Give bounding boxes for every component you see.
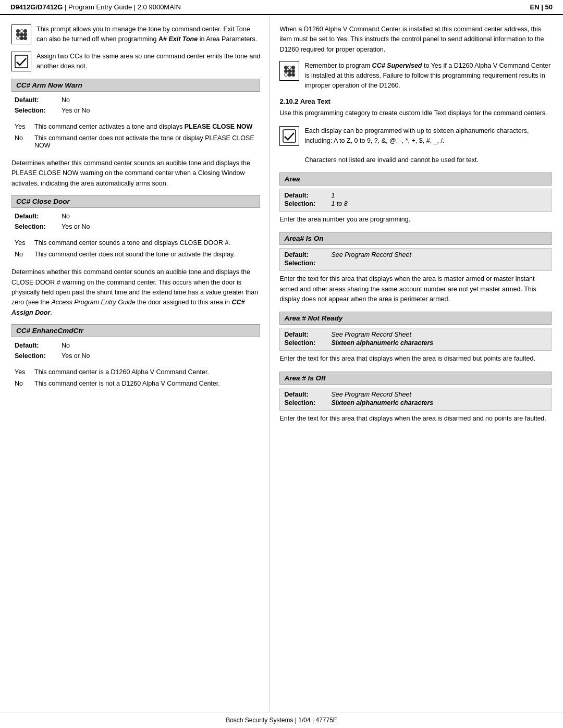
note-cc-supervised-text: Remember to program CC# Supervised to Ye… [304,61,552,90]
cc-close-door-params: Default: No Selection: Yes or No [11,211,260,232]
default-label: Default: [15,96,39,104]
area-is-on-para: Enter the text for this area that displa… [279,274,552,304]
para-close-door: Determines whether this command center s… [11,267,260,318]
cc-arm-now-warn-table: Yes This command center activates a tone… [11,121,260,151]
section-cc-arm-now-warn: CC# Arm Now Warn Default: No Selection: … [11,79,260,151]
area-default-label: Default: [284,192,331,199]
svg-rect-0 [15,55,28,68]
section-210-2-para: Use this programming category to create … [279,108,552,118]
para-d1260-intro: When a D1260 Alpha V Command Center is i… [279,24,552,55]
area-selection-val: 1 to 8 [331,200,347,207]
note-icon-dots1 [11,24,31,44]
area-is-off-default-val: See Program Record Sheet [331,391,411,398]
row-val-yes-arm: This command center activates a tone and… [31,121,260,132]
row-val-yes-close: This command center sounds a tone and di… [31,237,260,249]
page: D9412G/D7412G | Program Entry Guide | 2.… [0,0,563,728]
note-alphanumeric: Each display can be programmed with up t… [279,126,552,165]
note-exit-tone-text: This prompt allows you to manage the ton… [36,24,260,44]
selection-val-close: Yes or No [58,221,260,232]
area-para: Enter the area number you are programmin… [279,215,552,225]
section-area: Area Default: 1 Selection: 1 to 8 Enter … [279,172,552,225]
area-default-val: 1 [331,192,335,199]
area-is-off-selection-val: Sixteen alphanumeric characters [331,399,433,406]
cc-enhanc-header: CC# EnhancCmdCtr [11,324,260,337]
selection-label-enhanc: Selection: [15,352,46,360]
cc-enhanc-table: Yes This command center is a D1260 Alpha… [11,366,260,389]
area-params-box: Default: 1 Selection: 1 to 8 [279,189,552,212]
area-is-off-default-label: Default: [284,391,331,398]
section-cc-enhanc: CC# EnhancCmdCtr Default: No Selection: … [11,324,260,389]
area-is-on-params-box: Default: See Program Record Sheet Select… [279,248,552,271]
product-name: D9412G/D7412G [10,3,63,11]
note-icon-check1 [11,52,31,71]
header-left: D9412G/D7412G | Program Entry Guide | 2.… [10,3,181,11]
area-is-off-default-row: Default: See Program Record Sheet [284,391,547,398]
note-alphanumeric-text: Each display can be programmed with up t… [304,126,552,165]
area-is-off-header: Area # Is Off [279,372,552,385]
area-not-ready-default-label: Default: [284,331,331,338]
area-header: Area [279,172,552,186]
area-default-row: Default: 1 [284,192,547,199]
default-val-enhanc: No [58,340,260,351]
note-assign-cc-text: Assign two CCs to the same area so one c… [36,52,260,71]
footer-text: Bosch Security Systems | 1/04 | 47775E [226,717,337,724]
area-is-off-para: Enter the text for this area that displa… [279,414,552,424]
note-exit-tone: This prompt allows you to manage the ton… [11,24,260,44]
area-is-on-default-label: Default: [284,251,331,258]
row-key-yes-enhanc: Yes [11,366,31,378]
row-key-no-close: No [11,249,31,260]
selection-val-enhanc: Yes or No [58,351,260,361]
note-cc-supervised: Remember to program CC# Supervised to Ye… [279,61,552,90]
row-val-no-arm: This command center does not activate th… [31,132,260,151]
section-210-2-heading: 2.10.2 Area Text [279,97,552,105]
area-not-ready-params-box: Default: See Program Record Sheet Select… [279,328,552,351]
table-row: Yes This command center sounds a tone an… [11,237,260,249]
section-area-not-ready: Area # Not Ready Default: See Program Re… [279,312,552,364]
area-selection-label: Selection: [284,200,331,207]
header-right: EN | 50 [530,3,553,11]
area-is-off-params-box: Default: See Program Record Sheet Select… [279,388,552,411]
cc-arm-now-warn-params: Default: No Selection: Yes or No [11,95,260,116]
area-selection-row: Selection: 1 to 8 [284,200,547,207]
row-key-yes-arm: Yes [11,121,31,132]
area-not-ready-para: Enter the text for this area that displa… [279,354,552,364]
page-header: D9412G/D7412G | Program Entry Guide | 2.… [0,0,563,15]
selection-label-close: Selection: [15,223,46,230]
right-column: When a D1260 Alpha V Command Center is i… [270,15,563,712]
area-not-ready-selection-val: Sixteen alphanumeric characters [331,339,433,347]
default-label-close: Default: [15,213,39,220]
selection-label-arm: Selection: [15,107,46,114]
row-val-no-enhanc: This command center is not a D1260 Alpha… [31,378,260,389]
area-is-on-default-row: Default: See Program Record Sheet [284,251,547,258]
table-row: Yes This command center activates a tone… [11,121,260,132]
area-is-off-selection-label: Selection: [284,399,331,406]
cc-close-door-table: Yes This command center sounds a tone an… [11,237,260,260]
note-icon-dots2 [279,61,299,81]
cc-enhanc-params: Default: No Selection: Yes or No [11,340,260,361]
area-not-ready-selection-label: Selection: [284,339,331,347]
section-area-is-on: Area# Is On Default: See Program Record … [279,232,552,304]
default-val-close: No [58,211,260,221]
table-row: No This command center is not a D1260 Al… [11,378,260,389]
row-key-no-enhanc: No [11,378,31,389]
cc-arm-now-warn-header: CC# Arm Now Warn [11,79,260,92]
table-row: No This command center does not sound th… [11,249,260,260]
area-is-on-default-val: See Program Record Sheet [331,251,411,258]
selection-val-arm: Yes or No [58,105,260,116]
area-not-ready-default-val: See Program Record Sheet [331,331,411,338]
area-is-off-selection-row: Selection: Sixteen alphanumeric characte… [284,399,547,406]
note-icon-check2 [279,126,299,146]
default-label-enhanc: Default: [15,342,39,349]
table-row: Yes This command center is a D1260 Alpha… [11,366,260,378]
svg-rect-1 [283,130,296,142]
row-key-no-arm: No [11,132,31,151]
area-not-ready-default-row: Default: See Program Record Sheet [284,331,547,338]
header-middle: | Program Entry Guide | 2.0 9000MAIN [65,3,181,11]
section-210-2: 2.10.2 Area Text Use this programming ca… [279,97,552,118]
default-val-arm: No [58,95,260,105]
table-row: No This command center does not activate… [11,132,260,151]
para-arm-now-warn: Determines whether this command center s… [11,158,260,189]
main-content: This prompt allows you to manage the ton… [0,15,563,712]
row-val-no-close: This command center does not sound the t… [31,249,260,260]
row-key-yes-close: Yes [11,237,31,249]
